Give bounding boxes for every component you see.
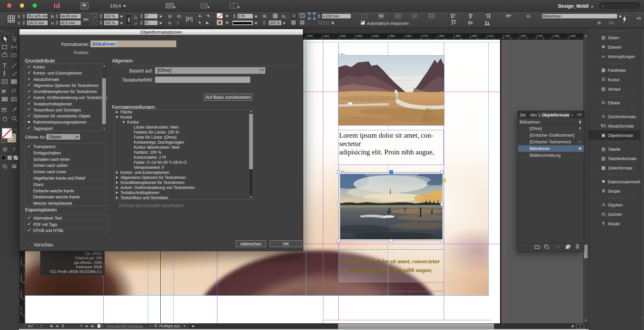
svg-text:T: T (13, 147, 15, 152)
